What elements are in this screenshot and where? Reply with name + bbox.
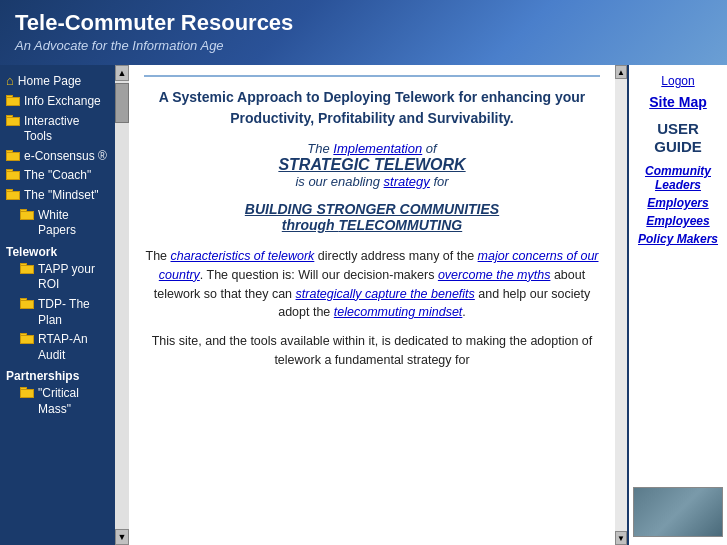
strategic-suffix: of (422, 141, 436, 156)
policy-makers-link[interactable]: Policy Makers (638, 232, 718, 246)
main-content: A Systemic Approach to Deploying Telewor… (129, 65, 615, 545)
sidebar-item-info-exchange[interactable]: Info Exchange (0, 92, 115, 112)
sidebar-label: TDP- The Plan (38, 297, 109, 328)
sidebar-item-tapp-roi[interactable]: TAPP your ROI (0, 260, 115, 295)
content-scroll-down[interactable]: ▼ (615, 531, 627, 545)
logon-section: Logon (633, 73, 723, 88)
header-title: Tele-Commuter Resources (15, 10, 712, 36)
home-icon: ⌂ (6, 73, 14, 88)
sidebar-label: e-Consensus ® (24, 149, 107, 165)
sidebar-item-the-coach[interactable]: The "Coach" (0, 166, 115, 186)
building-link[interactable]: BUILDING STRONGER COMMUNITIES through TE… (245, 201, 499, 233)
strategic-prefix: The (307, 141, 333, 156)
strategic-title: STRATEGIC TELEWORK (144, 156, 600, 174)
strategic-line1: The Implementation of (144, 141, 600, 156)
sidebar-item-interactive-tools[interactable]: Interactive Tools (0, 112, 115, 147)
employees-link[interactable]: Employees (646, 214, 709, 228)
sidebar-label: The "Mindset" (24, 188, 99, 204)
folder-icon (20, 387, 34, 398)
content-scrollbar[interactable]: ▲ ▼ (615, 65, 627, 545)
site-map-link[interactable]: Site Map (649, 94, 707, 110)
employers-link[interactable]: Employers (647, 196, 708, 210)
strategy-link[interactable]: strategy (384, 174, 430, 189)
strategy-prefix: is our enabling (295, 174, 383, 189)
folder-icon (6, 150, 20, 161)
building-line1: BUILDING STRONGER COMMUNITIES (245, 201, 499, 217)
main-paragraph2: This site, and the tools available withi… (144, 332, 600, 370)
folder-icon (20, 298, 34, 309)
scroll-down-btn[interactable]: ▼ (115, 529, 129, 545)
sidebar-item-tdp-plan[interactable]: TDP- The Plan (0, 295, 115, 330)
bottom-thumbnail (633, 487, 723, 537)
user-guide-title: USER GUIDE (633, 120, 723, 156)
sidebar-home-label: Home Page (18, 74, 81, 88)
sidebar-item-e-consensus[interactable]: e-Consensus ® (0, 147, 115, 167)
scroll-thumb[interactable] (115, 83, 129, 123)
user-guide-links: Community Leaders Employers Employees Po… (633, 164, 723, 246)
sidebar-item-white-papers[interactable]: White Papers (0, 206, 115, 241)
building-line2: TELECOMMUTING (339, 217, 463, 233)
folder-icon (6, 115, 20, 126)
sidebar-label: Interactive Tools (24, 114, 109, 145)
strategic-telework-link[interactable]: STRATEGIC TELEWORK (278, 156, 465, 173)
characteristics-link[interactable]: characteristics of telework (171, 249, 315, 263)
capture-benefits-link[interactable]: strategically capture the benefits (296, 287, 475, 301)
strategy-suffix: for (430, 174, 449, 189)
folder-icon (20, 209, 34, 220)
sidebar-scrollbar[interactable]: ▲ ▼ (115, 65, 129, 545)
sidebar-label: "Critical Mass" (38, 386, 109, 417)
right-panel: Logon Site Map USER GUIDE Community Lead… (627, 65, 727, 545)
sidebar-item-critical-mass[interactable]: "Critical Mass" (0, 384, 115, 419)
folder-icon (6, 95, 20, 106)
logon-link[interactable]: Logon (661, 74, 694, 88)
folder-icon (20, 333, 34, 344)
community-leaders-link[interactable]: Community Leaders (633, 164, 723, 192)
building-section: BUILDING STRONGER COMMUNITIES through TE… (144, 201, 600, 233)
sidebar-label: Info Exchange (24, 94, 101, 110)
sidebar-label: The "Coach" (24, 168, 91, 184)
scroll-up-btn[interactable]: ▲ (115, 65, 129, 81)
sidebar-item-the-mindset[interactable]: The "Mindset" (0, 186, 115, 206)
folder-icon (6, 169, 20, 180)
content-scroll-up[interactable]: ▲ (615, 65, 627, 79)
overcome-myths-link[interactable]: overcome the myths (438, 268, 551, 282)
header-subtitle: An Advocate for the Information Age (15, 38, 712, 53)
sidebar-label: TAPP your ROI (38, 262, 109, 293)
folder-icon (6, 189, 20, 200)
site-map-section: Site Map (633, 94, 723, 110)
telecommuting-mindset-link[interactable]: telecommuting mindset (334, 305, 463, 319)
implementation-link[interactable]: Implementation (333, 141, 422, 156)
strategic-line2: is our enabling strategy for (144, 174, 600, 189)
scroll-track (615, 79, 627, 531)
sidebar-section-telework: Telework (0, 241, 115, 260)
sidebar-home[interactable]: ⌂ Home Page (0, 69, 115, 92)
main-paragraph1: The characteristics of telework directly… (144, 247, 600, 322)
strategic-section: The Implementation of STRATEGIC TELEWORK… (144, 141, 600, 189)
sidebar-label: RTAP-An Audit (38, 332, 109, 363)
folder-icon (20, 263, 34, 274)
bottom-image-area (633, 472, 723, 537)
sidebar-label: White Papers (38, 208, 109, 239)
sidebar-item-rtap-audit[interactable]: RTAP-An Audit (0, 330, 115, 365)
main-tagline: A Systemic Approach to Deploying Telewor… (144, 87, 600, 129)
sidebar-section-partnerships: Partnerships (0, 365, 115, 384)
